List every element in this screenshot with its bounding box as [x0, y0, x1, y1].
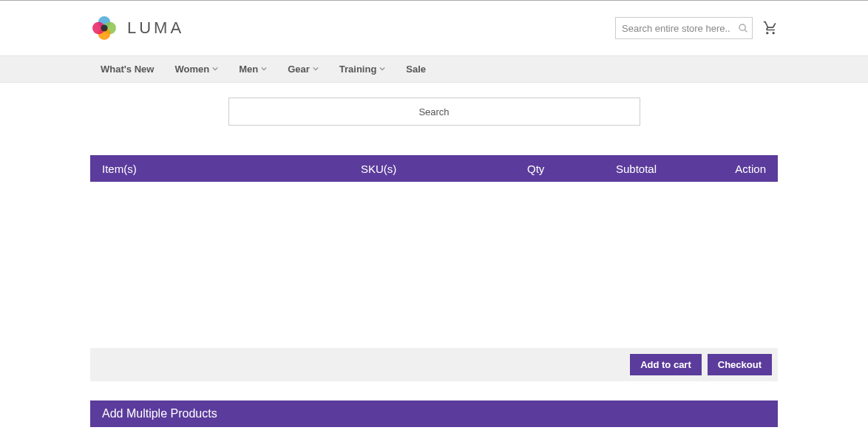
section-add-multiple-products-label: Add Multiple Products: [102, 407, 217, 420]
column-header-items: Item(s): [102, 163, 361, 175]
cart-icon[interactable]: [763, 21, 778, 35]
nav-item-label: What's New: [101, 64, 154, 75]
nav-item-label: Training: [339, 64, 377, 75]
nav-item-label: Women: [174, 64, 209, 75]
action-bar: Add to cart Checkout: [90, 348, 778, 381]
chevron-down-icon: [212, 65, 218, 73]
nav-item-gear[interactable]: Gear: [277, 56, 329, 82]
column-header-sku: SKU(s): [361, 163, 527, 175]
column-header-qty: Qty: [527, 163, 616, 175]
nav-item-what-s-new[interactable]: What's New: [90, 56, 164, 82]
nav-item-sale[interactable]: Sale: [396, 56, 436, 82]
column-header-action: Action: [705, 163, 766, 175]
chevron-down-icon: [313, 65, 319, 73]
nav-item-label: Gear: [288, 64, 310, 75]
nav-item-training[interactable]: Training: [329, 56, 396, 82]
header-search-input[interactable]: [615, 17, 753, 39]
table-header: Item(s) SKU(s) Qty Subtotal Action: [90, 155, 778, 182]
svg-point-4: [101, 24, 107, 31]
chevron-down-icon: [379, 65, 385, 73]
add-to-cart-button[interactable]: Add to cart: [630, 354, 702, 375]
nav-item-label: Sale: [406, 64, 426, 75]
header-search: [615, 17, 753, 39]
logo-text: LUMA: [127, 18, 184, 38]
center-search-input[interactable]: [229, 98, 640, 125]
nav-item-label: Men: [239, 64, 258, 75]
nav-item-women[interactable]: Women: [164, 56, 228, 82]
logo-icon: [90, 14, 118, 42]
search-icon[interactable]: [738, 23, 748, 33]
center-search: [228, 98, 640, 126]
checkout-button[interactable]: Checkout: [708, 354, 772, 375]
table-body: [90, 182, 778, 348]
main-nav: What's NewWomenMenGearTrainingSale: [0, 55, 868, 83]
svg-point-5: [739, 24, 745, 30]
svg-line-6: [745, 30, 747, 32]
section-add-multiple-products: Add Multiple Products: [90, 400, 778, 427]
logo[interactable]: LUMA: [90, 14, 184, 42]
chevron-down-icon: [261, 65, 267, 73]
column-header-subtotal: Subtotal: [616, 163, 705, 175]
nav-item-men[interactable]: Men: [228, 56, 277, 82]
